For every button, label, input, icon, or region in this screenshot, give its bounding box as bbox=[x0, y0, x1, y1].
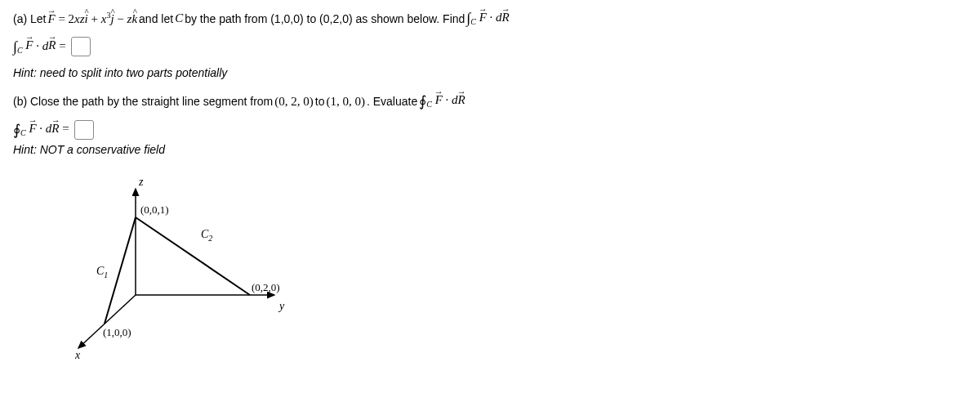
j-hat: j bbox=[110, 12, 114, 26]
path-figure: z x y (0,0,1) (1,0,0) (0,2,0) C1 C2 bbox=[29, 172, 967, 363]
C2-sub: 2 bbox=[208, 234, 212, 243]
F-vector-2: F bbox=[479, 11, 487, 25]
R-vector: R bbox=[502, 11, 510, 25]
y-axis-label: y bbox=[278, 300, 285, 312]
equation-a: ∫C F · dR = bbox=[13, 37, 967, 56]
answer-input-b[interactable] bbox=[74, 120, 94, 140]
x-axis-label: x bbox=[74, 349, 81, 360]
p100-label: (1,0,0) bbox=[103, 326, 131, 338]
part-b-prompt: (b) Close the path by the straight line … bbox=[13, 92, 967, 110]
F-vector: F bbox=[47, 12, 55, 26]
answer-input-a[interactable] bbox=[71, 37, 91, 56]
svg-line-4 bbox=[136, 217, 250, 295]
hint-a: Hint: need to split into two parts poten… bbox=[13, 66, 967, 79]
svg-text:C1: C1 bbox=[96, 265, 108, 279]
p020-label: (0,2,0) bbox=[252, 281, 280, 293]
part-a-prompt: (a) Let F = 2xzi + x3j − zk and let C by… bbox=[13, 10, 967, 27]
i-hat: i bbox=[85, 12, 88, 26]
svg-line-2 bbox=[78, 295, 136, 348]
svg-text:C2: C2 bbox=[201, 228, 212, 243]
part-a-label: (a) Let bbox=[13, 12, 46, 25]
C1-sub: 1 bbox=[104, 270, 108, 279]
svg-line-3 bbox=[105, 217, 136, 324]
equation-b: ∮C F · dR = bbox=[13, 120, 967, 140]
p001-label: (0,0,1) bbox=[140, 203, 169, 216]
z-axis-label: z bbox=[138, 176, 144, 188]
k-hat: k bbox=[131, 12, 137, 26]
hint-b: Hint: NOT a conservative field bbox=[13, 143, 967, 156]
